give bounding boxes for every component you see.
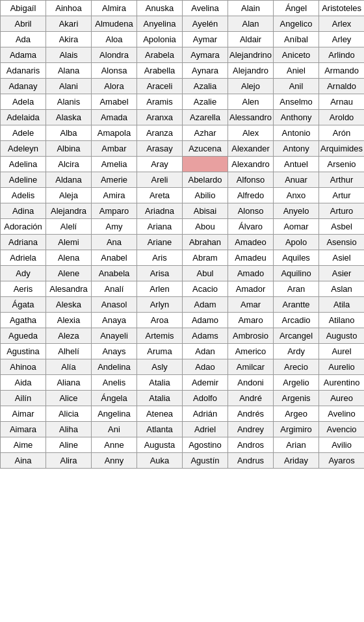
table-cell[interactable]: Auka xyxy=(137,453,183,469)
table-cell[interactable]: Amabel xyxy=(92,94,137,110)
table-cell[interactable]: Alonso xyxy=(228,203,274,219)
table-cell[interactable]: Agostino xyxy=(183,437,228,453)
table-cell[interactable]: Alcira xyxy=(46,157,92,172)
table-cell[interactable]: Amar xyxy=(228,297,274,313)
table-cell[interactable]: Ahinoa xyxy=(1,359,46,375)
table-cell[interactable]: Amaro xyxy=(228,313,274,328)
table-cell[interactable]: Albina xyxy=(46,141,92,157)
table-cell[interactable]: Arnau xyxy=(319,94,364,110)
table-cell[interactable]: Aroa xyxy=(137,313,183,328)
table-cell[interactable]: Adriela xyxy=(1,250,46,266)
table-cell[interactable]: Antuel xyxy=(274,157,319,172)
table-cell[interactable] xyxy=(183,157,228,172)
table-cell[interactable]: Adriel xyxy=(183,422,228,437)
table-cell[interactable]: Aldair xyxy=(228,32,274,47)
table-cell[interactable]: Aurelio xyxy=(319,359,364,375)
table-cell[interactable]: Arecio xyxy=(274,359,319,375)
table-cell[interactable]: Ada xyxy=(1,32,46,47)
table-cell[interactable]: Alba xyxy=(46,125,92,141)
table-cell[interactable]: Asly xyxy=(137,359,183,375)
table-cell[interactable]: Ariane xyxy=(137,235,183,250)
table-cell[interactable]: Ángel xyxy=(274,1,319,16)
table-cell[interactable]: Aran xyxy=(274,281,319,297)
table-cell[interactable]: Anasol xyxy=(92,297,137,313)
table-cell[interactable]: Amadeu xyxy=(228,250,274,266)
table-cell[interactable]: Amador xyxy=(228,281,274,297)
table-cell[interactable]: Alex xyxy=(228,125,274,141)
table-cell[interactable]: Adamo xyxy=(183,313,228,328)
table-cell[interactable]: Alía xyxy=(46,359,92,375)
table-cell[interactable]: Ayelén xyxy=(183,16,228,32)
table-cell[interactable]: Alana xyxy=(46,63,92,79)
table-cell[interactable]: Ady xyxy=(1,266,46,281)
table-cell[interactable]: Azalie xyxy=(183,94,228,110)
table-cell[interactable]: Arcadio xyxy=(274,313,319,328)
table-cell[interactable]: Apolo xyxy=(274,235,319,250)
table-cell[interactable]: Avencio xyxy=(319,422,364,437)
table-cell[interactable]: Azarella xyxy=(183,110,228,125)
table-cell[interactable]: Alejandro xyxy=(228,63,274,79)
table-cell[interactable]: Arcangel xyxy=(274,328,319,344)
table-cell[interactable]: Abram xyxy=(183,250,228,266)
table-cell[interactable]: Aquiles xyxy=(274,250,319,266)
table-cell[interactable]: Aleza xyxy=(46,328,92,344)
table-cell[interactable]: Arturo xyxy=(319,203,364,219)
table-cell[interactable]: Atlanta xyxy=(137,422,183,437)
table-cell[interactable]: Aomar xyxy=(274,219,319,235)
table-cell[interactable]: Aina xyxy=(1,453,46,469)
table-cell[interactable]: Akira xyxy=(46,32,92,47)
table-cell[interactable]: Aníbal xyxy=(274,32,319,47)
table-cell[interactable]: Aroldo xyxy=(319,110,364,125)
table-cell[interactable]: Aloa xyxy=(92,32,137,47)
table-cell[interactable]: Ademir xyxy=(183,375,228,391)
table-cell[interactable]: Alesandra xyxy=(46,281,92,297)
table-cell[interactable]: Ayaros xyxy=(319,453,364,469)
table-cell[interactable]: Americo xyxy=(228,344,274,359)
table-cell[interactable]: Ailín xyxy=(1,391,46,406)
table-cell[interactable]: Abul xyxy=(183,266,228,281)
table-cell[interactable]: Arantte xyxy=(274,297,319,313)
table-cell[interactable]: Augusta xyxy=(137,437,183,453)
table-cell[interactable]: Arisa xyxy=(137,266,183,281)
table-cell[interactable]: Atalia xyxy=(137,391,183,406)
table-cell[interactable]: Andoni xyxy=(228,375,274,391)
table-cell[interactable]: Arabella xyxy=(137,63,183,79)
table-cell[interactable]: Ana xyxy=(92,235,137,250)
table-cell[interactable]: Adama xyxy=(1,47,46,63)
table-cell[interactable]: Ani xyxy=(92,422,137,437)
table-cell[interactable]: Arasay xyxy=(137,141,183,157)
table-cell[interactable]: Amerie xyxy=(92,172,137,188)
table-cell[interactable]: Alani xyxy=(46,79,92,94)
table-cell[interactable]: Areli xyxy=(137,172,183,188)
table-cell[interactable]: Angelico xyxy=(274,16,319,32)
table-cell[interactable]: Alora xyxy=(92,79,137,94)
table-cell[interactable]: Andelina xyxy=(92,359,137,375)
table-cell[interactable]: Acacio xyxy=(183,281,228,297)
table-cell[interactable]: Anabela xyxy=(92,266,137,281)
table-cell[interactable]: Anuska xyxy=(137,1,183,16)
table-cell[interactable]: Aranxa xyxy=(137,110,183,125)
table-cell[interactable]: Aline xyxy=(46,437,92,453)
table-cell[interactable]: Anthony xyxy=(274,110,319,125)
table-cell[interactable]: Alena xyxy=(46,250,92,266)
table-cell[interactable]: Aray xyxy=(137,157,183,172)
table-cell[interactable]: Aniel xyxy=(274,63,319,79)
table-cell[interactable]: Andrey xyxy=(228,422,274,437)
table-cell[interactable]: Ariadna xyxy=(137,203,183,219)
table-cell[interactable]: Adam xyxy=(183,297,228,313)
table-cell[interactable]: Antonio xyxy=(274,125,319,141)
table-cell[interactable]: Avilio xyxy=(319,437,364,453)
table-cell[interactable]: Abrahan xyxy=(183,235,228,250)
table-cell[interactable]: Adelina xyxy=(1,157,46,172)
table-cell[interactable]: Alejandrino xyxy=(228,47,274,63)
table-cell[interactable]: Argeo xyxy=(274,406,319,422)
table-cell[interactable]: Abilio xyxy=(183,188,228,203)
table-cell[interactable]: Adele xyxy=(1,125,46,141)
table-cell[interactable]: Adan xyxy=(183,344,228,359)
table-cell[interactable]: Alanis xyxy=(46,94,92,110)
table-cell[interactable]: Amparo xyxy=(92,203,137,219)
table-cell[interactable]: Antony xyxy=(274,141,319,157)
table-cell[interactable]: Asier xyxy=(319,266,364,281)
table-cell[interactable]: Arlindo xyxy=(319,47,364,63)
table-cell[interactable]: Adoración xyxy=(1,219,46,235)
